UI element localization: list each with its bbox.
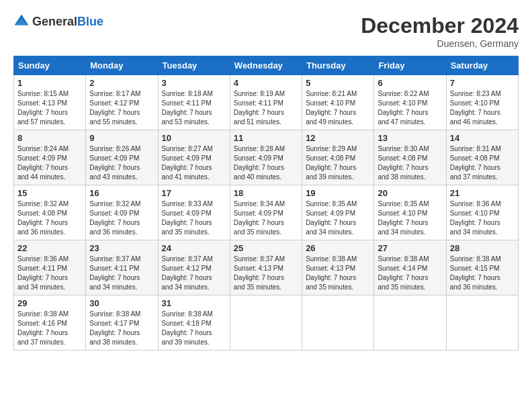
day-content: Sunrise: 8:38 AM Sunset: 4:18 PM Dayligh… bbox=[162, 310, 226, 347]
day-number: 11 bbox=[234, 133, 298, 143]
day-number: 14 bbox=[450, 133, 515, 143]
calendar-cell: 12 Sunrise: 8:29 AM Sunset: 4:08 PM Dayl… bbox=[302, 130, 374, 185]
day-content: Sunrise: 8:18 AM Sunset: 4:11 PM Dayligh… bbox=[162, 89, 226, 127]
title-section: December 2024 Duensen, Germany bbox=[361, 13, 519, 49]
calendar-week-row: 22 Sunrise: 8:36 AM Sunset: 4:11 PM Dayl… bbox=[14, 240, 519, 295]
day-content: Sunrise: 8:37 AM Sunset: 4:13 PM Dayligh… bbox=[234, 255, 298, 292]
day-number: 27 bbox=[378, 243, 442, 253]
day-content: Sunrise: 8:34 AM Sunset: 4:09 PM Dayligh… bbox=[234, 199, 298, 237]
logo-text: GeneralBlue bbox=[32, 15, 103, 29]
calendar-cell: 7 Sunrise: 8:23 AM Sunset: 4:10 PM Dayli… bbox=[446, 75, 518, 130]
logo: GeneralBlue bbox=[13, 13, 103, 30]
weekday-header: Tuesday bbox=[158, 56, 230, 75]
day-content: Sunrise: 8:22 AM Sunset: 4:10 PM Dayligh… bbox=[378, 89, 442, 127]
day-content: Sunrise: 8:33 AM Sunset: 4:09 PM Dayligh… bbox=[162, 199, 226, 237]
logo-icon bbox=[13, 13, 30, 30]
calendar-cell: 19 Sunrise: 8:35 AM Sunset: 4:09 PM Dayl… bbox=[302, 185, 374, 240]
calendar-cell: 17 Sunrise: 8:33 AM Sunset: 4:09 PM Dayl… bbox=[158, 185, 230, 240]
day-number: 16 bbox=[89, 188, 154, 198]
day-number: 18 bbox=[234, 188, 298, 198]
day-number: 5 bbox=[306, 78, 370, 88]
day-number: 2 bbox=[89, 78, 154, 88]
calendar-cell: 2 Sunrise: 8:17 AM Sunset: 4:12 PM Dayli… bbox=[86, 75, 158, 130]
weekday-header: Thursday bbox=[302, 56, 374, 75]
calendar-week-row: 29 Sunrise: 8:38 AM Sunset: 4:16 PM Dayl… bbox=[14, 295, 519, 351]
day-content: Sunrise: 8:30 AM Sunset: 4:08 PM Dayligh… bbox=[378, 144, 442, 182]
day-content: Sunrise: 8:36 AM Sunset: 4:10 PM Dayligh… bbox=[450, 199, 515, 237]
day-number: 4 bbox=[234, 78, 298, 88]
calendar-cell: 28 Sunrise: 8:38 AM Sunset: 4:15 PM Dayl… bbox=[446, 240, 518, 295]
day-content: Sunrise: 8:15 AM Sunset: 4:13 PM Dayligh… bbox=[17, 89, 82, 127]
day-number: 6 bbox=[378, 78, 442, 88]
calendar-cell: 3 Sunrise: 8:18 AM Sunset: 4:11 PM Dayli… bbox=[158, 75, 230, 130]
weekday-header: Sunday bbox=[14, 56, 86, 75]
day-number: 25 bbox=[234, 243, 298, 253]
day-content: Sunrise: 8:24 AM Sunset: 4:09 PM Dayligh… bbox=[17, 144, 82, 182]
day-number: 28 bbox=[450, 243, 515, 253]
page-header: GeneralBlue December 2024 Duensen, Germa… bbox=[13, 13, 519, 49]
calendar-cell bbox=[374, 295, 446, 351]
day-content: Sunrise: 8:28 AM Sunset: 4:09 PM Dayligh… bbox=[234, 144, 298, 182]
day-number: 26 bbox=[306, 243, 370, 253]
day-content: Sunrise: 8:32 AM Sunset: 4:09 PM Dayligh… bbox=[89, 199, 154, 237]
day-content: Sunrise: 8:21 AM Sunset: 4:10 PM Dayligh… bbox=[306, 89, 370, 127]
day-content: Sunrise: 8:19 AM Sunset: 4:11 PM Dayligh… bbox=[234, 89, 298, 127]
calendar-week-row: 8 Sunrise: 8:24 AM Sunset: 4:09 PM Dayli… bbox=[14, 130, 519, 185]
day-content: Sunrise: 8:29 AM Sunset: 4:08 PM Dayligh… bbox=[306, 144, 370, 182]
day-number: 21 bbox=[450, 188, 515, 198]
day-content: Sunrise: 8:37 AM Sunset: 4:12 PM Dayligh… bbox=[162, 255, 226, 292]
weekday-header-row: SundayMondayTuesdayWednesdayThursdayFrid… bbox=[14, 56, 519, 75]
day-number: 24 bbox=[162, 243, 226, 253]
calendar-cell: 1 Sunrise: 8:15 AM Sunset: 4:13 PM Dayli… bbox=[14, 75, 86, 130]
calendar-cell: 21 Sunrise: 8:36 AM Sunset: 4:10 PM Dayl… bbox=[446, 185, 518, 240]
calendar-cell: 13 Sunrise: 8:30 AM Sunset: 4:08 PM Dayl… bbox=[374, 130, 446, 185]
day-number: 15 bbox=[17, 188, 82, 198]
day-number: 10 bbox=[162, 133, 226, 143]
day-number: 19 bbox=[306, 188, 370, 198]
calendar-cell: 24 Sunrise: 8:37 AM Sunset: 4:12 PM Dayl… bbox=[158, 240, 230, 295]
day-content: Sunrise: 8:38 AM Sunset: 4:15 PM Dayligh… bbox=[450, 255, 515, 292]
calendar-cell: 16 Sunrise: 8:32 AM Sunset: 4:09 PM Dayl… bbox=[86, 185, 158, 240]
day-content: Sunrise: 8:38 AM Sunset: 4:16 PM Dayligh… bbox=[17, 310, 82, 347]
calendar-cell: 5 Sunrise: 8:21 AM Sunset: 4:10 PM Dayli… bbox=[302, 75, 374, 130]
day-content: Sunrise: 8:38 AM Sunset: 4:14 PM Dayligh… bbox=[378, 255, 442, 292]
calendar-cell: 29 Sunrise: 8:38 AM Sunset: 4:16 PM Dayl… bbox=[14, 295, 86, 351]
day-number: 12 bbox=[306, 133, 370, 143]
day-content: Sunrise: 8:35 AM Sunset: 4:09 PM Dayligh… bbox=[306, 199, 370, 237]
weekday-header: Saturday bbox=[446, 56, 518, 75]
calendar-week-row: 15 Sunrise: 8:32 AM Sunset: 4:08 PM Dayl… bbox=[14, 185, 519, 240]
calendar-cell: 22 Sunrise: 8:36 AM Sunset: 4:11 PM Dayl… bbox=[14, 240, 86, 295]
day-content: Sunrise: 8:27 AM Sunset: 4:09 PM Dayligh… bbox=[162, 144, 226, 182]
day-content: Sunrise: 8:38 AM Sunset: 4:17 PM Dayligh… bbox=[89, 310, 154, 347]
month-title: December 2024 bbox=[361, 13, 519, 38]
location-title: Duensen, Germany bbox=[361, 38, 519, 49]
calendar-cell bbox=[302, 295, 374, 351]
calendar-cell: 4 Sunrise: 8:19 AM Sunset: 4:11 PM Dayli… bbox=[230, 75, 302, 130]
day-number: 9 bbox=[89, 133, 154, 143]
calendar-week-row: 1 Sunrise: 8:15 AM Sunset: 4:13 PM Dayli… bbox=[14, 75, 519, 130]
calendar-cell bbox=[230, 295, 302, 351]
day-number: 23 bbox=[89, 243, 154, 253]
day-number: 20 bbox=[378, 188, 442, 198]
day-number: 13 bbox=[378, 133, 442, 143]
calendar-cell: 26 Sunrise: 8:38 AM Sunset: 4:13 PM Dayl… bbox=[302, 240, 374, 295]
day-content: Sunrise: 8:36 AM Sunset: 4:11 PM Dayligh… bbox=[17, 255, 82, 292]
calendar-cell: 27 Sunrise: 8:38 AM Sunset: 4:14 PM Dayl… bbox=[374, 240, 446, 295]
day-content: Sunrise: 8:35 AM Sunset: 4:10 PM Dayligh… bbox=[378, 199, 442, 237]
weekday-header: Wednesday bbox=[230, 56, 302, 75]
day-content: Sunrise: 8:26 AM Sunset: 4:09 PM Dayligh… bbox=[89, 144, 154, 182]
calendar-cell: 11 Sunrise: 8:28 AM Sunset: 4:09 PM Dayl… bbox=[230, 130, 302, 185]
weekday-header: Monday bbox=[86, 56, 158, 75]
day-number: 8 bbox=[17, 133, 82, 143]
day-content: Sunrise: 8:23 AM Sunset: 4:10 PM Dayligh… bbox=[450, 89, 515, 127]
calendar-cell: 20 Sunrise: 8:35 AM Sunset: 4:10 PM Dayl… bbox=[374, 185, 446, 240]
calendar-table: SundayMondayTuesdayWednesdayThursdayFrid… bbox=[13, 56, 519, 351]
day-number: 3 bbox=[162, 78, 226, 88]
calendar-cell: 9 Sunrise: 8:26 AM Sunset: 4:09 PM Dayli… bbox=[86, 130, 158, 185]
day-number: 29 bbox=[17, 298, 82, 308]
calendar-cell: 23 Sunrise: 8:37 AM Sunset: 4:11 PM Dayl… bbox=[86, 240, 158, 295]
day-number: 7 bbox=[450, 78, 515, 88]
calendar-cell: 31 Sunrise: 8:38 AM Sunset: 4:18 PM Dayl… bbox=[158, 295, 230, 351]
calendar-cell: 8 Sunrise: 8:24 AM Sunset: 4:09 PM Dayli… bbox=[14, 130, 86, 185]
day-number: 30 bbox=[89, 298, 154, 308]
